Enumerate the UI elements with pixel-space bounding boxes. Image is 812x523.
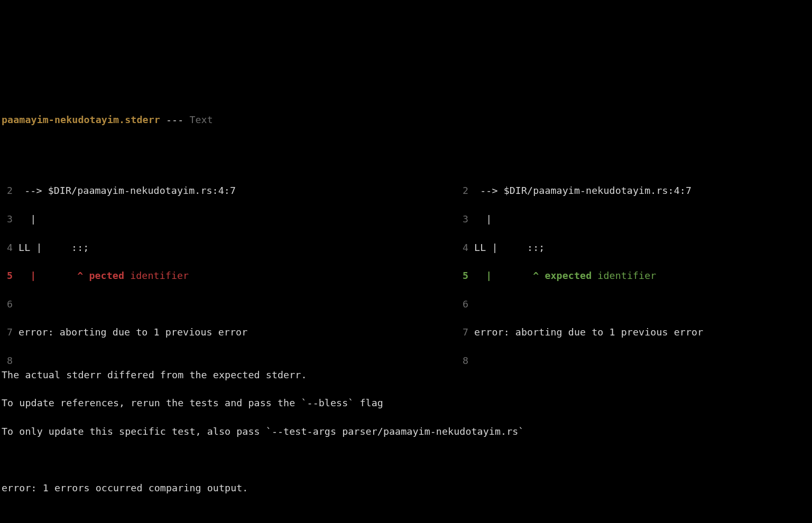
lineno: 8 xyxy=(457,354,468,368)
add-word: expected xyxy=(545,270,592,281)
header-sep: --- xyxy=(160,114,190,125)
msg-errors-occurred: error: 1 errors occurred comparing outpu… xyxy=(2,481,812,496)
terminal-diff-view: paamayim-nekudotayim.stderr --- Text 2 -… xyxy=(0,71,812,523)
lineno-add: 5 xyxy=(457,269,468,283)
code-line: LL | ::; xyxy=(13,242,89,253)
diff1-left: 2 --> $DIR/paamayim-nekudotayim.rs:4:7 3… xyxy=(0,170,456,397)
file-header-1: paamayim-nekudotayim.stderr --- Text xyxy=(2,113,812,127)
lineno: 7 xyxy=(1,325,13,340)
code-line: --> $DIR/paamayim-nekudotayim.rs:4:7 xyxy=(13,185,236,196)
lineno: 7 xyxy=(457,325,468,340)
msg-update-refs: To update references, rerun the tests an… xyxy=(2,396,812,410)
diff1-right: 2 --> $DIR/paamayim-nekudotayim.rs:4:7 3… xyxy=(456,170,812,397)
code-line: LL | ::; xyxy=(468,242,545,253)
lineno: 6 xyxy=(457,297,468,312)
del-word: pected xyxy=(89,270,124,281)
lineno: 4 xyxy=(457,241,468,255)
msg-test-args: To only update this specific test, also … xyxy=(2,425,812,439)
lineno: 2 xyxy=(457,184,468,198)
code-line: | xyxy=(13,213,36,225)
code-line: error: aborting due to 1 previous error xyxy=(468,326,703,338)
del-caret: ^ xyxy=(77,270,89,281)
lineno: 3 xyxy=(457,212,468,227)
lineno: 8 xyxy=(1,354,13,368)
blank-line xyxy=(2,510,812,523)
code-line: error: aborting due to 1 previous error xyxy=(13,326,247,338)
file-kind: Text xyxy=(189,114,213,125)
blank-line xyxy=(2,453,812,468)
file-name-1: paamayim-nekudotayim.stderr xyxy=(2,114,160,125)
lineno-del: 5 xyxy=(1,269,13,283)
code-line: --> $DIR/paamayim-nekudotayim.rs:4:7 xyxy=(468,185,691,196)
del-rest: identifier xyxy=(124,270,189,281)
diff-block-1: 2 --> $DIR/paamayim-nekudotayim.rs:4:7 3… xyxy=(0,170,812,269)
lineno: 2 xyxy=(1,184,13,198)
add-rest: identifier xyxy=(592,270,656,281)
lineno: 4 xyxy=(1,241,13,255)
lineno: 6 xyxy=(1,297,13,312)
add-caret: ^ xyxy=(533,270,545,281)
lineno: 3 xyxy=(1,212,13,227)
add-pipe: | xyxy=(468,270,533,281)
code-line: | xyxy=(468,213,492,225)
del-pipe: | xyxy=(13,270,77,281)
